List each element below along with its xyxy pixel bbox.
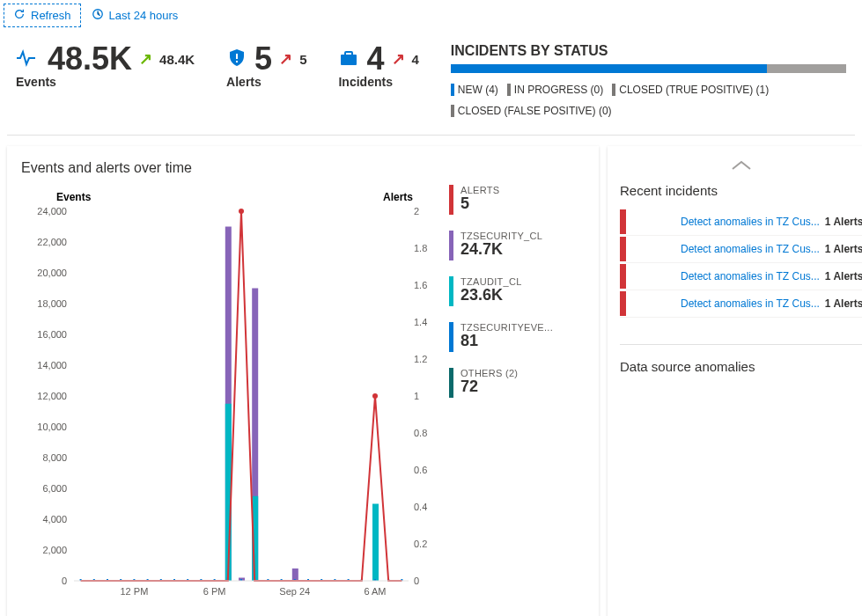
svg-text:6 PM: 6 PM — [203, 586, 226, 597]
incident-row[interactable]: Detect anomalies in TZ Cus... 1 Alerts — [620, 290, 862, 318]
status-legend: NEW (4)IN PROGRESS (0)CLOSED (TRUE POSIT… — [451, 84, 846, 117]
alerts-value: 5 — [254, 43, 272, 75]
chart-title: Events and alerts over time — [21, 160, 585, 176]
refresh-icon — [13, 8, 26, 23]
divider — [620, 344, 862, 345]
svg-text:1.2: 1.2 — [414, 354, 427, 364]
svg-text:8,000: 8,000 — [42, 452, 67, 463]
right-panel: Recent incidents Detect anomalies in TZ … — [608, 146, 862, 616]
svg-rect-37 — [372, 504, 379, 582]
severity-indicator — [620, 291, 626, 316]
chart-legend-item[interactable]: TZAUDIT_CL23.6K — [449, 276, 553, 306]
svg-text:24,000: 24,000 — [37, 206, 67, 216]
incidents-value: 4 — [366, 43, 384, 75]
summary-row: 48.5K ↗ 48.4K Events 5 ↗ 5 Alerts — [7, 31, 855, 117]
trend-up-icon: ↗ — [139, 49, 152, 69]
chart-legend-item[interactable]: OTHERS (2)72 — [449, 368, 553, 398]
svg-text:2,000: 2,000 — [42, 545, 67, 555]
summary-events[interactable]: 48.5K ↗ 48.4K Events — [16, 43, 195, 89]
summary-alerts[interactable]: 5 ↗ 5 Alerts — [226, 43, 306, 89]
incidents-delta: 4 — [412, 52, 419, 67]
incident-row[interactable]: Detect anomalies in TZ Cus... 1 Alerts — [620, 263, 862, 290]
svg-text:10,000: 10,000 — [37, 422, 67, 432]
svg-rect-4 — [345, 52, 352, 55]
svg-text:Alerts: Alerts — [383, 191, 413, 203]
shield-icon — [226, 48, 247, 71]
severity-indicator — [620, 237, 626, 261]
svg-text:14,000: 14,000 — [37, 360, 67, 370]
incident-row[interactable]: Detect anomalies in TZ Cus... 1 Alerts — [620, 209, 862, 236]
divider — [7, 135, 855, 136]
svg-text:1.8: 1.8 — [414, 243, 427, 253]
events-label: Events — [16, 75, 195, 89]
svg-text:12 PM: 12 PM — [121, 586, 149, 597]
svg-rect-2 — [236, 61, 238, 62]
toolbar: Refresh Last 24 hours — [0, 0, 862, 31]
incident-name[interactable]: Detect anomalies in TZ Cus... — [681, 243, 820, 255]
recent-incidents-title: Recent incidents — [620, 183, 862, 198]
svg-text:0: 0 — [414, 576, 419, 586]
svg-text:0: 0 — [62, 576, 67, 586]
briefcase-icon — [338, 48, 359, 71]
status-legend-item[interactable]: NEW (4) — [451, 84, 498, 96]
svg-text:22,000: 22,000 — [37, 237, 67, 247]
status-legend-item[interactable]: IN PROGRESS (0) — [507, 84, 603, 96]
status-panel: INCIDENTS BY STATUS NEW (4)IN PROGRESS (… — [451, 43, 846, 117]
svg-text:18,000: 18,000 — [37, 298, 67, 309]
svg-text:4,000: 4,000 — [42, 514, 67, 524]
svg-text:Events: Events — [56, 191, 92, 203]
events-delta: 48.4K — [159, 52, 195, 67]
svg-text:0.4: 0.4 — [414, 502, 427, 512]
chart-legend-item[interactable]: TZSECURITY_CL24.7K — [449, 231, 553, 260]
svg-text:Sep 24: Sep 24 — [279, 586, 310, 597]
status-title: INCIDENTS BY STATUS — [451, 43, 846, 59]
clock-icon — [92, 8, 104, 23]
status-legend-item[interactable]: CLOSED (FALSE POSITIVE) (0) — [451, 105, 612, 117]
incident-name[interactable]: Detect anomalies in TZ Cus... — [681, 297, 820, 310]
pulse-icon — [16, 49, 41, 70]
incident-alerts: 1 Alerts — [825, 216, 862, 228]
svg-text:0.6: 0.6 — [414, 465, 427, 475]
svg-text:1.4: 1.4 — [414, 317, 427, 327]
chart-legend: ALERTS5 TZSECURITY_CL24.7K TZAUDIT_CL23.… — [449, 185, 553, 607]
events-alerts-chart[interactable]: EventsAlerts02,0004,0006,0008,00010,0001… — [21, 185, 444, 607]
trend-up-icon: ↗ — [279, 49, 292, 69]
svg-text:6 AM: 6 AM — [364, 586, 386, 597]
incident-row[interactable]: Detect anomalies in TZ Cus... 1 Alerts — [620, 236, 862, 263]
incident-name[interactable]: Detect anomalies in TZ Cus... — [681, 216, 820, 228]
trend-up-icon: ↗ — [392, 49, 405, 69]
timerange-button[interactable]: Last 24 hours — [92, 8, 179, 23]
svg-rect-36 — [292, 568, 298, 581]
incident-alerts: 1 Alerts — [825, 243, 862, 255]
incident-name[interactable]: Detect anomalies in TZ Cus... — [681, 270, 820, 282]
svg-point-63 — [239, 209, 244, 214]
events-value: 48.5K — [48, 43, 132, 75]
svg-point-64 — [372, 393, 378, 399]
status-bar[interactable] — [451, 64, 846, 73]
refresh-button[interactable]: Refresh — [4, 4, 81, 27]
svg-text:16,000: 16,000 — [37, 329, 67, 340]
svg-text:1.6: 1.6 — [414, 280, 427, 290]
incident-list: Detect anomalies in TZ Cus... 1 Alerts D… — [620, 209, 862, 318]
status-legend-item[interactable]: CLOSED (TRUE POSITIVE) (1) — [612, 84, 769, 96]
chevron-up-icon[interactable] — [729, 158, 754, 172]
incident-alerts: 1 Alerts — [825, 270, 862, 282]
chart-legend-item[interactable]: TZSECURITYEVE...81 — [449, 322, 553, 352]
summary-incidents[interactable]: 4 ↗ 4 Incidents — [338, 43, 418, 89]
severity-indicator — [620, 264, 626, 289]
svg-text:6,000: 6,000 — [42, 483, 67, 494]
svg-text:12,000: 12,000 — [37, 391, 67, 401]
chart-legend-item[interactable]: ALERTS5 — [449, 185, 553, 215]
refresh-label: Refresh — [31, 9, 71, 22]
svg-text:1: 1 — [414, 391, 419, 401]
alerts-delta: 5 — [299, 52, 306, 67]
severity-indicator — [620, 209, 626, 234]
timerange-label: Last 24 hours — [109, 9, 179, 22]
events-alerts-card: Events and alerts over time EventsAlerts… — [7, 146, 599, 616]
incident-alerts: 1 Alerts — [825, 297, 862, 310]
svg-text:0.2: 0.2 — [414, 539, 427, 549]
alerts-label: Alerts — [226, 75, 306, 89]
svg-text:0.8: 0.8 — [414, 428, 427, 438]
incidents-label: Incidents — [338, 75, 418, 89]
svg-text:20,000: 20,000 — [37, 268, 67, 278]
